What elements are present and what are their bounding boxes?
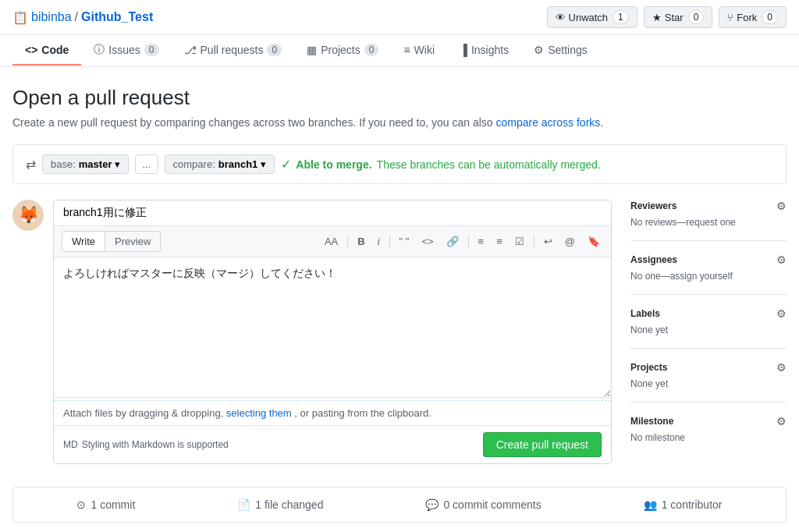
commit-icon: ⊙ bbox=[76, 498, 86, 511]
projects-gear-icon[interactable]: ⚙ bbox=[776, 361, 787, 374]
heading-button[interactable]: AA bbox=[321, 234, 341, 249]
contributors-icon: 👥 bbox=[644, 498, 657, 511]
tab-pull-requests[interactable]: ⎇ Pull requests 0 bbox=[172, 36, 295, 66]
milestone-value: No milestone bbox=[630, 432, 787, 443]
selecting-them-link[interactable]: selecting them bbox=[226, 407, 292, 419]
pr-title-input[interactable] bbox=[54, 200, 611, 226]
compare-forks-link[interactable]: compare across forks. bbox=[495, 116, 603, 129]
link-button[interactable]: 🔗 bbox=[443, 234, 462, 249]
assignees-value: No one—assign yourself bbox=[630, 271, 787, 282]
merge-detail: These branches can be automatically merg… bbox=[377, 158, 601, 171]
milestone-header: Milestone ⚙ bbox=[630, 415, 787, 427]
ordered-list-button[interactable]: ≡ bbox=[493, 234, 506, 249]
pr-form-row: 🦊 Write Preview AA bbox=[12, 200, 612, 464]
tab-issues[interactable]: ⓘ Issues 0 bbox=[81, 35, 171, 66]
star-icon: ★ bbox=[652, 12, 662, 23]
issue-icon: ⓘ bbox=[94, 43, 105, 57]
sidebar-labels: Labels ⚙ None yet bbox=[630, 307, 787, 349]
repo-owner-link[interactable]: bibinba bbox=[31, 10, 72, 24]
project-icon: ▦ bbox=[307, 44, 317, 56]
watch-button[interactable]: 👁 Unwatch 1 bbox=[547, 6, 637, 28]
labels-gear-icon[interactable]: ⚙ bbox=[776, 307, 787, 320]
preview-tab[interactable]: Preview bbox=[105, 231, 161, 252]
file-attach-prefix: Attach files by dragging & dropping, bbox=[63, 407, 226, 419]
projects-badge: 0 bbox=[364, 44, 379, 56]
stat-comments: 💬 0 commit comments bbox=[425, 498, 541, 511]
write-tab[interactable]: Write bbox=[62, 231, 105, 252]
dots-button[interactable]: ... bbox=[135, 154, 158, 174]
tab-settings[interactable]: ⚙ Settings bbox=[521, 36, 600, 66]
markdown-label: Styling with Markdown is supported bbox=[82, 439, 229, 450]
quote-button[interactable]: " " bbox=[396, 234, 413, 249]
insights-icon: ▐ bbox=[460, 44, 467, 56]
milestone-title: Milestone bbox=[630, 416, 673, 427]
compare-branch-select[interactable]: compare: branch1 ▾ bbox=[165, 154, 275, 174]
labels-header: Labels ⚙ bbox=[630, 307, 787, 320]
sidebar-reviewers: Reviewers ⚙ No reviews—request one bbox=[630, 200, 787, 241]
settings-icon: ⚙ bbox=[534, 44, 544, 56]
main-content: Open a pull request Create a new pull re… bbox=[0, 67, 799, 532]
star-button[interactable]: ★ Star 0 bbox=[644, 6, 713, 28]
milestone-gear-icon[interactable]: ⚙ bbox=[776, 415, 787, 427]
fork-button[interactable]: ⑂ Fork 0 bbox=[719, 6, 787, 28]
reply-button[interactable]: ↩ bbox=[541, 234, 556, 249]
merge-text: Able to merge. bbox=[296, 158, 371, 171]
assignees-title: Assignees bbox=[630, 254, 677, 265]
task-list-button[interactable]: ☑ bbox=[512, 234, 527, 249]
labels-value: None yet bbox=[630, 325, 787, 335]
tab-insights-label: Insights bbox=[471, 44, 509, 56]
issues-badge: 0 bbox=[144, 44, 159, 56]
assignees-header: Assignees ⚙ bbox=[630, 254, 787, 266]
mention-button[interactable]: @ bbox=[562, 234, 578, 249]
editor-tabs: Write Preview AA B i " " <> 🔗 bbox=[54, 226, 611, 257]
pr-icon: ⎇ bbox=[184, 44, 197, 56]
reviewers-gear-icon[interactable]: ⚙ bbox=[776, 200, 787, 212]
repo-name-link[interactable]: Github_Test bbox=[81, 10, 153, 24]
sidebar-assignees: Assignees ⚙ No one—assign yourself bbox=[630, 254, 787, 295]
tab-projects[interactable]: ▦ Projects 0 bbox=[294, 36, 391, 66]
repo-actions: 👁 Unwatch 1 ★ Star 0 ⑂ Fork 0 bbox=[547, 6, 787, 28]
italic-button[interactable]: i bbox=[375, 234, 383, 249]
star-count: 0 bbox=[688, 10, 705, 24]
compare-label: compare: bbox=[173, 158, 215, 170]
code-button[interactable]: <> bbox=[418, 234, 436, 249]
base-branch-select[interactable]: base: master ▾ bbox=[42, 154, 129, 174]
file-attach-area: Attach files by dragging & dropping, sel… bbox=[54, 400, 611, 425]
top-bar: 📋 bibinba / Github_Test 👁 Unwatch 1 ★ St… bbox=[0, 0, 799, 35]
tab-insights[interactable]: ▐ Insights bbox=[447, 36, 521, 66]
assignees-gear-icon[interactable]: ⚙ bbox=[776, 254, 787, 266]
toolbar-divider-3 bbox=[468, 236, 469, 248]
stat-contributors: 👥 1 contributor bbox=[644, 498, 723, 511]
pr-form-main: 🦊 Write Preview AA bbox=[12, 200, 612, 468]
pr-form-layout: 🦊 Write Preview AA bbox=[12, 200, 787, 468]
stats-bar: ⊙ 1 commit 📄 1 file changed 💬 0 commit c… bbox=[12, 487, 787, 523]
base-value: master bbox=[79, 158, 112, 170]
pr-sidebar: Reviewers ⚙ No reviews—request one Assig… bbox=[630, 200, 787, 468]
markdown-info: MD Styling with Markdown is supported bbox=[63, 439, 229, 450]
labels-title: Labels bbox=[630, 308, 660, 319]
watch-label: Unwatch bbox=[569, 12, 609, 23]
file-attach-suffix: , or pasting from the clipboard. bbox=[294, 407, 431, 419]
projects-value: None yet bbox=[630, 378, 787, 389]
tab-issues-label: Issues bbox=[108, 44, 140, 56]
base-label: base: bbox=[51, 158, 76, 170]
bold-button[interactable]: B bbox=[354, 234, 368, 249]
file-icon: 📄 bbox=[237, 498, 250, 511]
comment-icon: 💬 bbox=[425, 498, 439, 511]
files-text: 1 file changed bbox=[255, 498, 323, 511]
code-icon: <> bbox=[25, 44, 37, 56]
sync-icon: ⇄ bbox=[26, 157, 36, 172]
bookmark-button[interactable]: 🔖 bbox=[584, 234, 603, 249]
tab-settings-label: Settings bbox=[548, 44, 588, 56]
create-pr-button[interactable]: Create pull request bbox=[483, 432, 602, 457]
subtitle-text: Create a new pull request by comparing c… bbox=[12, 116, 493, 129]
tab-wiki[interactable]: ≡ Wiki bbox=[391, 36, 447, 66]
branch-bar: ⇄ base: master ▾ ... compare: branch1 ▾ … bbox=[12, 144, 787, 184]
bullet-list-button[interactable]: ≡ bbox=[475, 234, 488, 249]
projects-title: Projects bbox=[630, 362, 667, 373]
pr-body-textarea[interactable]: よろしければマスターに反映（マージ）してください！ bbox=[54, 257, 611, 398]
nav-tabs: <> Code ⓘ Issues 0 ⎇ Pull requests 0 ▦ P… bbox=[0, 35, 799, 67]
sidebar-projects: Projects ⚙ None yet bbox=[630, 361, 787, 403]
eye-icon: 👁 bbox=[556, 12, 566, 23]
tab-code[interactable]: <> Code bbox=[12, 36, 81, 66]
